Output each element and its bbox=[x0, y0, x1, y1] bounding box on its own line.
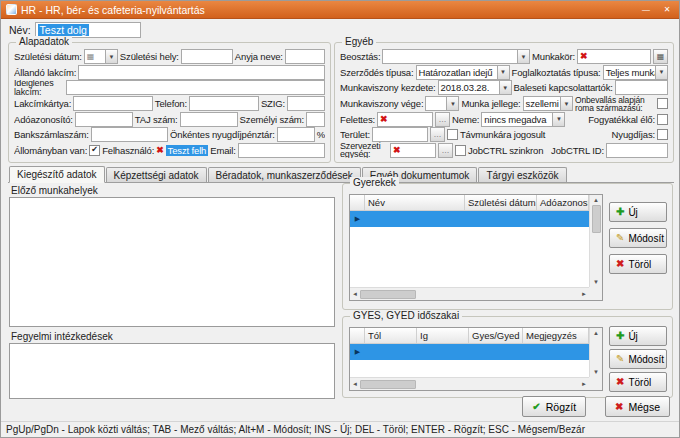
children-selected-row[interactable]: ▶ bbox=[350, 211, 589, 227]
job-picker-button[interactable]: ▦ bbox=[653, 49, 668, 64]
work-nature-select[interactable]: szellemi foglalkoztatott ▼ bbox=[523, 96, 573, 111]
chevron-down-icon[interactable]: ▼ bbox=[446, 96, 459, 111]
chevron-down-icon[interactable]: ▼ bbox=[499, 80, 512, 95]
tax-id-input[interactable] bbox=[75, 112, 133, 127]
previous-workplaces-label: Előző munkahelyek bbox=[11, 185, 98, 196]
retired-checkbox[interactable] bbox=[657, 129, 668, 140]
mothers-name-input[interactable] bbox=[285, 49, 325, 64]
temporary-address-input[interactable] bbox=[66, 80, 325, 95]
employment-end-picker[interactable]: ▼ bbox=[425, 96, 459, 111]
clear-user-icon[interactable]: ✖ bbox=[156, 146, 163, 155]
area-picker-button[interactable]: … bbox=[430, 127, 445, 142]
children-new-button[interactable]: ✚ Új bbox=[609, 202, 667, 222]
id-card-input[interactable] bbox=[287, 96, 325, 111]
jobctrl-sync-checkbox[interactable] bbox=[455, 145, 466, 156]
scroll-down-icon[interactable]: ▼ bbox=[593, 369, 599, 375]
gyes-col-note[interactable]: Megjegyzés bbox=[523, 328, 589, 343]
children-grid-body: Név Születési dátum Adóazonosító ▶ bbox=[350, 195, 589, 287]
phone-input[interactable] bbox=[189, 96, 259, 111]
chevron-down-icon[interactable]: ▼ bbox=[517, 49, 530, 64]
taj-input[interactable] bbox=[180, 112, 238, 127]
cancel-button[interactable]: ✖ Mégse bbox=[605, 396, 670, 417]
cancel-label: Mégse bbox=[628, 401, 660, 413]
supervisor-field[interactable]: ✖ bbox=[377, 112, 433, 127]
scroll-left-icon[interactable]: ◄ bbox=[352, 291, 358, 297]
scrollbar-thumb[interactable] bbox=[592, 205, 601, 233]
chevron-down-icon[interactable]: ▼ bbox=[655, 65, 668, 80]
window-title: HR - HR, bér- és cafeteria-nyilvántartás bbox=[21, 4, 205, 16]
gender-select[interactable]: nincs megadva ▼ bbox=[481, 112, 565, 127]
scrollbar-thumb[interactable] bbox=[360, 290, 416, 299]
children-horizontal-scrollbar[interactable]: ◄ ► bbox=[350, 287, 589, 300]
gyes-grid[interactable]: Tól Ig Gyes/Gyed Megjegyzés ▶ ▲ ▼ ◄ bbox=[349, 327, 603, 391]
children-delete-button[interactable]: ✖ Töröl bbox=[609, 254, 667, 274]
previous-workplaces-textarea[interactable] bbox=[9, 197, 335, 327]
pension-fund-label: Önkéntes nyugdíjpénztár: bbox=[170, 129, 275, 140]
org-unit-row: Szervezeti egység: ✖ … JobCTRL szinkron … bbox=[340, 142, 668, 158]
close-icon[interactable]: ✕ bbox=[660, 4, 674, 16]
disabled-checkbox[interactable] bbox=[657, 114, 668, 125]
scroll-left-icon[interactable]: ◄ bbox=[352, 381, 358, 387]
chevron-down-icon[interactable]: ▼ bbox=[552, 112, 565, 127]
tab-kiegeszito-adatok[interactable]: Kiegészítő adatok bbox=[9, 166, 105, 183]
employment-start-label: Munkaviszony kezdete: bbox=[340, 82, 436, 93]
chevron-down-icon[interactable]: ▼ bbox=[560, 96, 573, 111]
jobctrl-id-input[interactable] bbox=[606, 143, 668, 158]
supervisor-picker-button[interactable]: … bbox=[435, 112, 450, 127]
children-edit-button[interactable]: ✎ Módosít bbox=[609, 228, 667, 248]
permanent-address-input[interactable] bbox=[78, 65, 325, 80]
gyes-vertical-scrollbar[interactable]: ▲ ▼ bbox=[589, 328, 602, 377]
tab-beradatok-munkaszerzodesek[interactable]: Béradatok, munkaszerződések bbox=[208, 167, 361, 182]
position-label: Beosztás: bbox=[340, 51, 380, 62]
roma-origin-checkbox[interactable] bbox=[657, 98, 668, 109]
children-grid[interactable]: Név Születési dátum Adóazonosító ▶ ▲ ▼ ◄ bbox=[349, 194, 603, 301]
tab-kepzettsegi-adatok[interactable]: Képzettségi adatok bbox=[106, 167, 207, 182]
gyes-horizontal-scrollbar[interactable]: ◄ ► bbox=[350, 377, 589, 390]
employment-type-select[interactable]: Teljes munkaidő ▼ bbox=[603, 65, 668, 80]
scroll-right-icon[interactable]: ► bbox=[581, 291, 587, 297]
gyes-col-type[interactable]: Gyes/Gyed bbox=[469, 328, 523, 343]
gyes-selected-row[interactable]: ▶ bbox=[350, 344, 589, 360]
scrollbar-thumb[interactable] bbox=[360, 380, 416, 389]
address-card-input[interactable] bbox=[73, 96, 153, 111]
scroll-down-icon[interactable]: ▼ bbox=[593, 279, 599, 285]
children-edit-label: Módosít bbox=[628, 233, 664, 244]
org-unit-picker-button[interactable]: … bbox=[438, 143, 453, 158]
area-field[interactable] bbox=[372, 127, 428, 142]
org-unit-field[interactable]: ✖ bbox=[390, 143, 436, 158]
gyes-new-button[interactable]: ✚ Új bbox=[609, 326, 667, 346]
disciplinary-actions-textarea[interactable] bbox=[9, 343, 335, 399]
birth-date-picker[interactable]: ▦ ▼ bbox=[84, 49, 118, 64]
gyes-col-to[interactable]: Ig bbox=[417, 328, 469, 343]
remote-work-checkbox[interactable] bbox=[447, 129, 458, 140]
gender-value: nincs megadva bbox=[481, 112, 552, 127]
gyes-delete-button[interactable]: ✖ Töröl bbox=[609, 372, 667, 392]
contract-type-select[interactable]: Határozatlan idejű ▼ bbox=[416, 65, 510, 80]
email-input[interactable] bbox=[238, 143, 325, 158]
personal-id-input[interactable] bbox=[306, 112, 325, 127]
children-grid-header: Név Születési dátum Adóazonosító bbox=[350, 195, 589, 211]
minimize-icon[interactable]: — bbox=[639, 4, 653, 16]
user-value[interactable]: Teszt felh bbox=[166, 145, 209, 156]
bank-account-input[interactable] bbox=[91, 127, 168, 142]
pension-fund-input[interactable] bbox=[277, 127, 315, 142]
children-col-birth-date[interactable]: Születési dátum bbox=[465, 195, 537, 210]
accident-contacts-input[interactable] bbox=[615, 80, 668, 95]
children-vertical-scrollbar[interactable]: ▲ ▼ bbox=[589, 195, 602, 287]
tab-targyi-eszkozok[interactable]: Tárgyi eszközök bbox=[478, 167, 566, 182]
children-col-tax-id[interactable]: Adóazonosító bbox=[537, 195, 589, 210]
scroll-up-icon[interactable]: ▲ bbox=[593, 197, 599, 203]
chevron-down-icon[interactable]: ▼ bbox=[497, 65, 510, 80]
save-button[interactable]: ✔ Rögzít bbox=[522, 396, 586, 417]
scroll-up-icon[interactable]: ▲ bbox=[593, 330, 599, 336]
children-col-name[interactable]: Név bbox=[365, 195, 465, 210]
birth-place-input[interactable] bbox=[181, 49, 233, 64]
gyes-col-from[interactable]: Tól bbox=[365, 328, 417, 343]
on-staff-checkbox[interactable]: ✔ bbox=[89, 145, 100, 156]
scroll-right-icon[interactable]: ► bbox=[581, 381, 587, 387]
employment-start-picker[interactable]: 2018.03.28. ▼ bbox=[438, 80, 512, 95]
gyes-edit-button[interactable]: ✎ Módosít bbox=[609, 349, 667, 369]
job-field[interactable]: ✖ bbox=[577, 49, 651, 64]
position-select[interactable]: ▼ bbox=[382, 49, 530, 64]
chevron-down-icon[interactable]: ▼ bbox=[105, 49, 118, 64]
